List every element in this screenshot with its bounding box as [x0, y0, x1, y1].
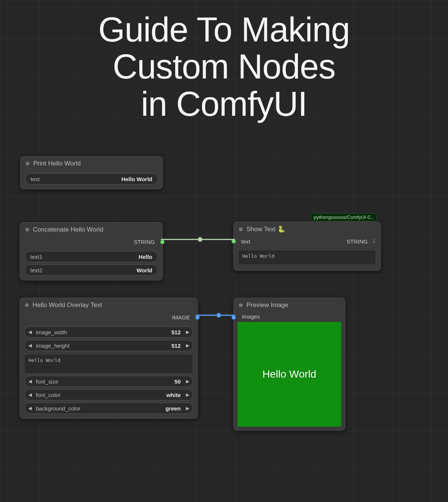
image-height-field[interactable]: ◀ image_height 512 ▶ [24, 340, 193, 351]
preview-canvas: Hello World [237, 322, 341, 427]
title-line-1: Guide To Making [0, 11, 448, 48]
field-value: green [165, 405, 182, 412]
field-value: 512 [171, 343, 182, 349]
field-label: text [31, 176, 40, 182]
field-value: white [167, 392, 182, 398]
node-preview-image[interactable]: Preview Image images Hello World [233, 298, 345, 431]
wire-midpoint-icon[interactable] [217, 313, 221, 317]
chevron-left-icon[interactable]: ◀ [25, 406, 35, 411]
text2-field[interactable]: text2 World [25, 264, 158, 276]
input-label: images [240, 313, 262, 320]
node-title: Concatenate Hello World [33, 226, 103, 233]
node-header[interactable]: Print Hello World [21, 157, 162, 171]
node-print-hello-world[interactable]: Print Hello World text Hello World [20, 156, 163, 189]
field-value: Hello World [121, 176, 152, 182]
field-label: text2 [30, 267, 43, 273]
node-header[interactable]: Concatenate Hello World [20, 223, 162, 237]
node-collapse-dot-icon[interactable] [25, 303, 29, 307]
output-port[interactable] [195, 315, 200, 320]
field-label: image_height [35, 343, 69, 349]
title-line-2: Custom Nodes [0, 48, 448, 85]
grip-icon[interactable]: ⠿ [372, 239, 375, 244]
input-port-row: images [234, 313, 345, 320]
field-label: font_size [35, 378, 58, 385]
node-title: Hello World Overlay Text [32, 301, 102, 309]
node-overlay-text[interactable]: Hello World Overlay Text IMAGE ◀ image_w… [19, 298, 198, 419]
node-header[interactable]: Hello World Overlay Text [20, 298, 197, 313]
node-collapse-dot-icon[interactable] [26, 162, 29, 165]
node-collapse-dot-icon[interactable] [239, 227, 243, 231]
title-line-3: in ComfyUI [0, 86, 448, 123]
node-title: Show Text 🐍 [246, 225, 285, 233]
chevron-left-icon[interactable]: ◀ [25, 329, 35, 335]
input-port[interactable] [231, 239, 236, 244]
field-label: background_color [35, 405, 80, 412]
node-header[interactable]: Preview Image [234, 298, 345, 313]
field-value: World [137, 267, 152, 273]
image-width-field[interactable]: ◀ image_width 512 ▶ [24, 326, 193, 338]
chevron-left-icon[interactable]: ◀ [25, 343, 35, 348]
field-label: text1 [30, 254, 43, 260]
chevron-right-icon[interactable]: ▶ [182, 329, 193, 335]
output-label: STRING [344, 238, 370, 245]
field-value: Hello [139, 254, 152, 260]
field-value: 50 [174, 378, 182, 385]
field-label: font_color [35, 392, 60, 398]
chevron-right-icon[interactable]: ▶ [182, 379, 193, 384]
chevron-right-icon[interactable]: ▶ [182, 392, 193, 397]
font-size-field[interactable]: ◀ font_size 50 ▶ [24, 376, 193, 387]
input-label: text [239, 238, 252, 245]
chevron-right-icon[interactable]: ▶ [182, 406, 193, 411]
chevron-left-icon[interactable]: ◀ [25, 379, 35, 384]
show-text-content: Hello World [238, 250, 376, 265]
node-collapse-dot-icon[interactable] [25, 228, 29, 232]
node-title: Print Hello World [33, 160, 81, 167]
text1-field[interactable]: text1 Hello [25, 251, 158, 262]
node-concatenate[interactable]: Concatenate Hello World STRING text1 Hel… [20, 222, 163, 281]
text-field[interactable]: text Hello World [25, 173, 158, 185]
output-port[interactable] [160, 240, 165, 244]
wire-midpoint-icon[interactable] [198, 237, 202, 242]
node-header[interactable]: Show Text 🐍 [234, 222, 380, 237]
input-port[interactable] [231, 315, 236, 320]
overlay-text-input[interactable]: Hello World [24, 354, 193, 374]
output-label: STRING [131, 239, 157, 245]
font-color-field[interactable]: ◀ font_color white ▶ [24, 389, 193, 400]
field-label: image_width [35, 329, 67, 335]
node-source-badge: pythongosssss/ComfyUI-C.. [311, 213, 377, 221]
page-title: Guide To Making Custom Nodes in ComfyUI [0, 11, 448, 123]
node-show-text[interactable]: Show Text 🐍 text STRING ⠿ Hello World [233, 221, 381, 271]
chevron-right-icon[interactable]: ▶ [182, 343, 193, 348]
background-color-field[interactable]: ◀ background_color green ▶ [24, 403, 193, 414]
node-title: Preview Image [246, 301, 288, 309]
output-port-row: IMAGE [24, 313, 193, 324]
output-port-row: STRING [25, 237, 158, 249]
node-collapse-dot-icon[interactable] [239, 303, 243, 307]
output-label: IMAGE [170, 314, 192, 320]
field-value: 512 [171, 329, 182, 335]
preview-image-text: Hello World [262, 368, 316, 380]
chevron-left-icon[interactable]: ◀ [25, 392, 35, 397]
